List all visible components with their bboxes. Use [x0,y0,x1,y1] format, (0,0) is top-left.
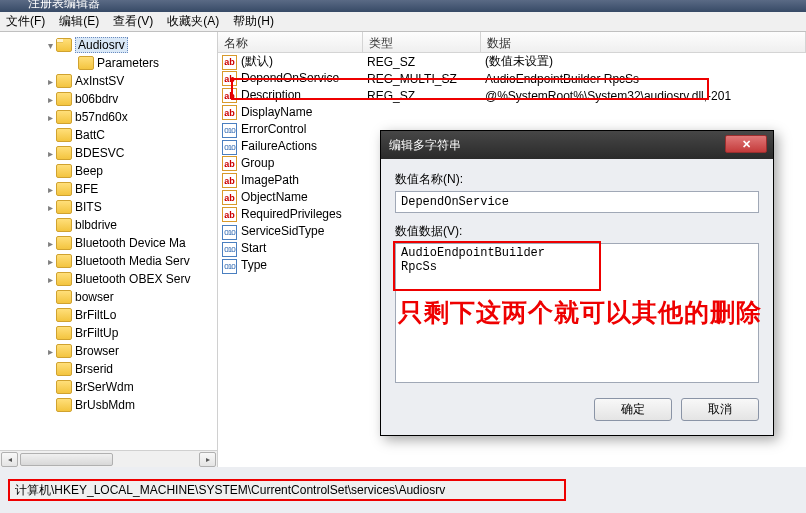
binary-icon: 010 [222,140,237,155]
cancel-button[interactable]: 取消 [681,398,759,421]
column-type[interactable]: 类型 [363,32,481,52]
tree-item[interactable]: BrUsbMdm [0,396,217,414]
tree-item[interactable]: ▾Audiosrv [0,36,217,54]
expand-icon[interactable]: ▸ [44,184,56,195]
string-icon: ab [222,156,237,171]
tree-item[interactable]: ▸Bluetooth Media Serv [0,252,217,270]
expand-icon[interactable]: ▸ [44,148,56,159]
folder-icon [56,164,72,178]
tree-scrollbar[interactable]: ◂ ▸ [0,450,217,467]
menu-item[interactable]: 编辑(E) [59,13,99,30]
string-icon: ab [222,55,237,70]
row-type: REG_SZ [363,89,481,103]
expand-icon[interactable]: ▸ [44,202,56,213]
tree-item[interactable]: BrFiltLo [0,306,217,324]
string-icon: ab [222,207,237,222]
binary-icon: 010 [222,259,237,274]
tree-label: BFE [75,182,98,196]
dialog-title: 编辑多字符串 [389,137,461,154]
row-name: FailureActions [241,139,317,153]
column-name[interactable]: 名称 [218,32,363,52]
folder-icon [56,74,72,88]
folder-icon [56,92,72,106]
folder-icon [56,254,72,268]
row-data: AudioEndpointBuilder RpcSs [481,72,806,86]
row-type: REG_SZ [363,55,481,69]
list-row[interactable]: ab(默认)REG_SZ(数值未设置) [218,53,806,70]
ok-button[interactable]: 确定 [594,398,672,421]
menu-item[interactable]: 查看(V) [113,13,153,30]
value-data-textarea[interactable] [395,243,759,383]
row-name: RequiredPrivileges [241,207,342,221]
tree-item[interactable]: ▸BDESVC [0,144,217,162]
folder-icon [56,146,72,160]
tree-item[interactable]: Parameters [0,54,217,72]
folder-icon [56,326,72,340]
tree-label: b57nd60x [75,110,128,124]
tree-label: AxInstSV [75,74,124,88]
tree-item[interactable]: ▸Bluetooth Device Ma [0,234,217,252]
list-header[interactable]: 名称 类型 数据 [218,32,806,53]
tree-panel[interactable]: ▾AudiosrvParameters▸AxInstSV▸b06bdrv▸b57… [0,32,218,467]
expand-icon[interactable]: ▸ [44,112,56,123]
folder-icon [56,38,72,52]
tree-item[interactable]: ▸b06bdrv [0,90,217,108]
menu-item[interactable]: 文件(F) [6,13,45,30]
scroll-right-button[interactable]: ▸ [199,452,216,467]
folder-icon [56,398,72,412]
row-data: (数值未设置) [481,53,806,70]
binary-icon: 010 [222,242,237,257]
tree-label: BattC [75,128,105,142]
expand-icon[interactable]: ▸ [44,256,56,267]
tree-label: bowser [75,290,114,304]
tree-label: BrSerWdm [75,380,134,394]
string-icon: ab [222,173,237,188]
tree-item[interactable]: Brserid [0,360,217,378]
expand-icon[interactable]: ▸ [44,76,56,87]
dialog-titlebar[interactable]: 编辑多字符串 ✕ [381,131,773,159]
tree-item[interactable]: ▸Browser [0,342,217,360]
tree-item[interactable]: ▸Bluetooth OBEX Serv [0,270,217,288]
close-button[interactable]: ✕ [725,135,767,153]
row-type: REG_MULTI_SZ [363,72,481,86]
tree-item[interactable]: ▸b57nd60x [0,108,217,126]
tree-item[interactable]: blbdrive [0,216,217,234]
tree-label: Browser [75,344,119,358]
column-data[interactable]: 数据 [481,32,806,52]
window-title: 注册表编辑器 [28,0,100,12]
row-data: @%SystemRoot%\System32\audiosrv.dll,-201 [481,89,806,103]
value-name-input[interactable] [395,191,759,213]
list-row[interactable]: abDisplayName [218,104,806,121]
binary-icon: 010 [222,225,237,240]
tree-item[interactable]: BattC [0,126,217,144]
tree-item[interactable]: bowser [0,288,217,306]
tree-item[interactable]: BrSerWdm [0,378,217,396]
tree-item[interactable]: ▸AxInstSV [0,72,217,90]
menu-item[interactable]: 帮助(H) [233,13,274,30]
row-name: Type [241,258,267,272]
menu-item[interactable]: 收藏夹(A) [167,13,219,30]
tree-item[interactable]: Beep [0,162,217,180]
window-titlebar: 注册表编辑器 [0,0,806,12]
scroll-left-button[interactable]: ◂ [1,452,18,467]
row-name: DisplayName [241,105,312,119]
expand-icon[interactable]: ▸ [44,238,56,249]
expand-icon[interactable]: ▸ [44,346,56,357]
expand-icon[interactable]: ▾ [44,40,56,51]
folder-icon [56,272,72,286]
tree-item[interactable]: BrFiltUp [0,324,217,342]
expand-icon[interactable]: ▸ [44,94,56,105]
row-name: ObjectName [241,190,308,204]
tree-item[interactable]: ▸BITS [0,198,217,216]
tree-label: Bluetooth Device Ma [75,236,186,250]
tree-item[interactable]: ▸BFE [0,180,217,198]
expand-icon[interactable]: ▸ [44,274,56,285]
row-name: DependOnService [241,71,339,85]
row-name: Start [241,241,266,255]
scroll-thumb[interactable] [20,453,113,466]
tree-label: Brserid [75,362,113,376]
tree-label: Bluetooth OBEX Serv [75,272,190,286]
string-icon: ab [222,88,237,103]
list-row[interactable]: abDescriptionREG_SZ@%SystemRoot%\System3… [218,87,806,104]
list-row[interactable]: abDependOnServiceREG_MULTI_SZAudioEndpoi… [218,70,806,87]
